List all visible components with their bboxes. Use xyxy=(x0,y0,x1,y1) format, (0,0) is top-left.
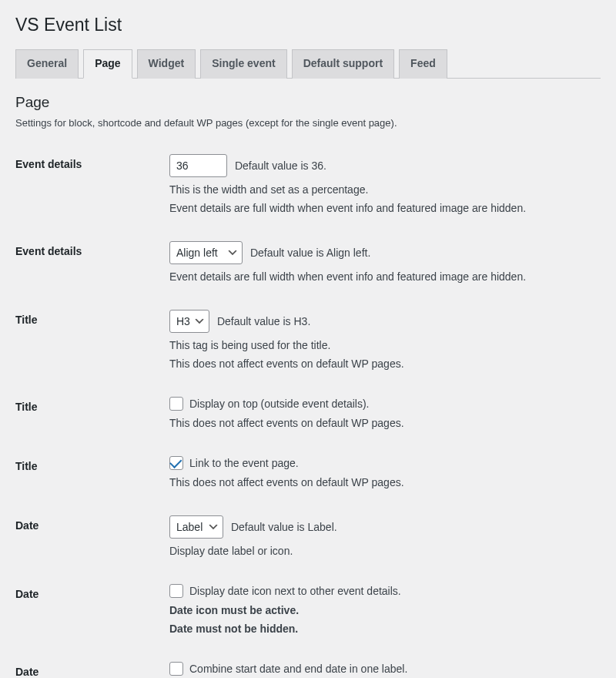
row-date-icon-next: Date Display date icon next to other eve… xyxy=(15,572,601,650)
event-details-width-default: Default value is 36. xyxy=(235,159,326,172)
date-label-select[interactable]: Label xyxy=(169,515,223,539)
row-title-top: Title Display on top (outside event deta… xyxy=(15,385,601,445)
title-top-desc1: This does not affect events on default W… xyxy=(169,417,593,429)
event-details-align-select[interactable]: Align left xyxy=(169,241,243,264)
label-title-top: Title xyxy=(15,385,169,445)
label-event-details-width: Event details xyxy=(15,143,169,230)
label-date-label: Date xyxy=(15,504,169,572)
title-link-checkbox[interactable] xyxy=(169,456,183,470)
tab-single-event[interactable]: Single event xyxy=(200,49,286,79)
tab-default-support[interactable]: Default support xyxy=(292,49,394,79)
date-icon-next-cb-label: Display date icon next to other event de… xyxy=(189,585,401,597)
date-label-desc1: Display date label or icon. xyxy=(169,545,593,557)
label-date-combine: Date xyxy=(15,650,169,678)
title-link-cb-label: Link to the event page. xyxy=(189,457,299,469)
label-title-link: Title xyxy=(15,445,169,504)
date-icon-next-desc2: Date must not be hidden. xyxy=(169,623,593,635)
title-tag-desc1: This tag is being used for the title. xyxy=(169,339,593,351)
row-event-details-align: Event details Align left Default value i… xyxy=(15,230,601,298)
event-details-width-input[interactable] xyxy=(169,154,227,177)
date-icon-next-checkbox[interactable] xyxy=(169,584,183,598)
event-details-align-default: Default value is Align left. xyxy=(250,247,370,259)
label-event-details-align: Event details xyxy=(15,230,169,298)
title-tag-desc2: This does not affect events on default W… xyxy=(169,357,593,370)
tab-feed[interactable]: Feed xyxy=(399,49,447,79)
date-label-default: Default value is Label. xyxy=(231,521,337,533)
label-date-icon-next: Date xyxy=(15,572,169,650)
date-combine-cb-label: Combine start date and end date in one l… xyxy=(189,663,407,675)
section-heading: Page xyxy=(15,94,601,111)
title-tag-default: Default value is H3. xyxy=(217,315,310,327)
title-link-desc1: This does not affect events on default W… xyxy=(169,476,593,488)
row-event-details-width: Event details Default value is 36. This … xyxy=(15,143,601,230)
title-top-cb-label: Display on top (outside event details). xyxy=(189,398,369,410)
title-tag-select[interactable]: H3 xyxy=(169,310,209,333)
event-details-width-desc1: This is the width and set as a percentag… xyxy=(169,183,593,196)
tab-general[interactable]: General xyxy=(15,49,79,79)
section-description: Settings for block, shortcode and defaul… xyxy=(15,117,601,129)
date-combine-checkbox[interactable] xyxy=(169,662,183,676)
row-date-combine: Date Combine start date and end date in … xyxy=(15,650,601,678)
page-title: VS Event List xyxy=(15,8,601,39)
tab-page[interactable]: Page xyxy=(83,49,132,79)
form-table: Event details Default value is 36. This … xyxy=(15,143,601,678)
row-date-label: Date Label Default value is Label. Displ… xyxy=(15,504,601,572)
date-icon-next-desc1: Date icon must be active. xyxy=(169,604,593,616)
event-details-width-desc2: Event details are full width when event … xyxy=(169,202,593,214)
label-title-tag: Title xyxy=(15,298,169,385)
tab-widget[interactable]: Widget xyxy=(137,49,196,79)
row-title-link: Title Link to the event page. This does … xyxy=(15,445,601,504)
nav-tabs: General Page Widget Single event Default… xyxy=(15,49,601,79)
row-title-tag: Title H3 Default value is H3. This tag i… xyxy=(15,298,601,385)
title-top-checkbox[interactable] xyxy=(169,397,183,411)
event-details-align-desc1: Event details are full width when event … xyxy=(169,270,593,283)
